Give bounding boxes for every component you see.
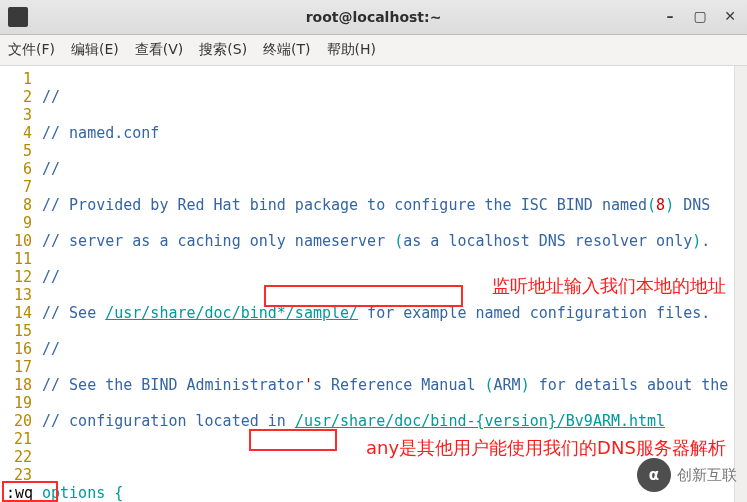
code-line: // configuration located in	[42, 412, 295, 430]
code-line: //	[42, 268, 60, 286]
code-line: //	[42, 88, 60, 106]
lineno: 6	[0, 160, 32, 178]
scrollbar[interactable]	[734, 66, 747, 502]
lineno: 18	[0, 376, 32, 394]
watermark-icon: α	[637, 458, 671, 492]
lineno: 1	[0, 70, 32, 88]
lineno: 19	[0, 394, 32, 412]
lineno: 3	[0, 106, 32, 124]
code-line: //	[42, 160, 60, 178]
close-button[interactable]: ✕	[719, 5, 741, 27]
watermark: α 创新互联	[637, 458, 737, 492]
lineno: 22	[0, 448, 32, 466]
menu-terminal[interactable]: 终端(T)	[263, 41, 310, 59]
lineno: 12	[0, 268, 32, 286]
lineno: 16	[0, 340, 32, 358]
menu-view[interactable]: 查看(V)	[135, 41, 184, 59]
code-line: // See the BIND Administrator	[42, 376, 304, 394]
window-title: root@localhost:~	[306, 9, 442, 25]
menu-search[interactable]: 搜索(S)	[199, 41, 247, 59]
window-controls: – ▢ ✕	[659, 5, 741, 27]
lineno: 2	[0, 88, 32, 106]
lineno: 8	[0, 196, 32, 214]
app-icon	[8, 7, 28, 27]
line-number-gutter: 1 2 3 4 5 6 7 8 9 10 11 12 13 14 15 16 1…	[0, 66, 36, 502]
code-area[interactable]: // // named.conf // // Provided by Red H…	[36, 66, 747, 502]
lineno: 13	[0, 286, 32, 304]
lineno: 10	[0, 232, 32, 250]
lineno: 23	[0, 466, 32, 484]
watermark-text: 创新互联	[677, 466, 737, 485]
code-line: // server as a caching only nameserver	[42, 232, 394, 250]
code-line: // named.conf	[42, 124, 159, 142]
menu-help[interactable]: 帮助(H)	[327, 41, 376, 59]
lineno: 4	[0, 124, 32, 142]
terminal-window: root@localhost:~ – ▢ ✕ 文件(F) 编辑(E) 查看(V)…	[0, 0, 747, 502]
lineno: 17	[0, 358, 32, 376]
minimize-button[interactable]: –	[659, 5, 681, 27]
code-line: // See	[42, 304, 105, 322]
maximize-button[interactable]: ▢	[689, 5, 711, 27]
code-line: options	[42, 484, 114, 502]
lineno: 7	[0, 178, 32, 196]
menu-edit[interactable]: 编辑(E)	[71, 41, 119, 59]
lineno: 11	[0, 250, 32, 268]
code-line: //	[42, 340, 60, 358]
editor[interactable]: 1 2 3 4 5 6 7 8 9 10 11 12 13 14 15 16 1…	[0, 66, 747, 502]
vim-command: :wq	[0, 484, 33, 502]
vim-status-line: :wq	[0, 484, 33, 502]
menubar: 文件(F) 编辑(E) 查看(V) 搜索(S) 终端(T) 帮助(H)	[0, 35, 747, 66]
code-line: // Provided by Red Hat bind package to c…	[42, 196, 647, 214]
menu-file[interactable]: 文件(F)	[8, 41, 55, 59]
lineno: 9	[0, 214, 32, 232]
lineno: 21	[0, 430, 32, 448]
lineno: 15	[0, 322, 32, 340]
lineno: 14	[0, 304, 32, 322]
lineno: 20	[0, 412, 32, 430]
titlebar: root@localhost:~ – ▢ ✕	[0, 0, 747, 35]
lineno: 5	[0, 142, 32, 160]
